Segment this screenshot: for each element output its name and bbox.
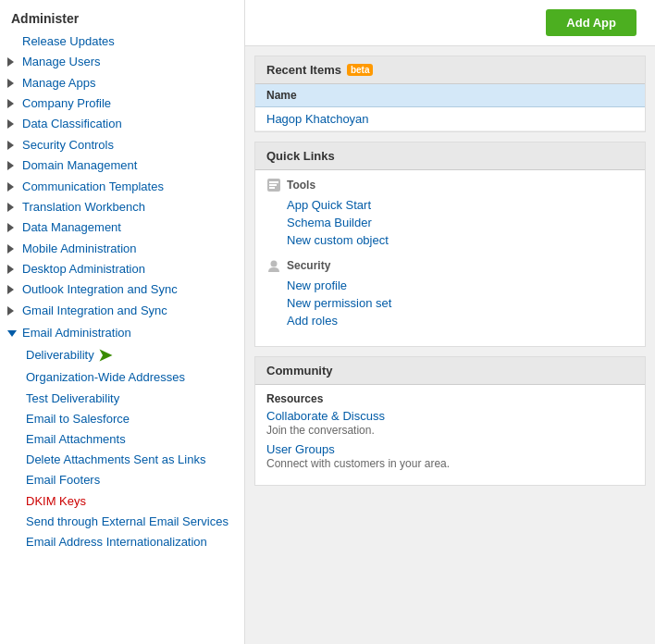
security-icon bbox=[266, 258, 281, 273]
tri-right-domain-management bbox=[7, 158, 20, 174]
sidebar-item-manage-apps[interactable]: Manage Apps bbox=[0, 73, 244, 93]
sidebar-item-translation-workbench[interactable]: Translation Workbench bbox=[0, 197, 244, 217]
sidebar-item-domain-management[interactable]: Domain Management bbox=[0, 155, 244, 176]
link-new-profile[interactable]: New profile bbox=[266, 277, 634, 294]
tri-right-desktop-admin bbox=[7, 262, 20, 278]
tri-right-manage-users bbox=[7, 55, 20, 70]
sub-link-delete-attachments[interactable]: Delete Attachments Sent as Links bbox=[26, 452, 205, 466]
link-user-groups[interactable]: User Groups bbox=[266, 442, 634, 456]
link-new-permission-set[interactable]: New permission set bbox=[266, 294, 634, 312]
sidebar-link-gmail-integration[interactable]: Gmail Integration and Sync bbox=[22, 303, 167, 319]
sidebar-link-outlook-integration[interactable]: Outlook Integration and Sync bbox=[22, 281, 178, 298]
recent-items-col-name: Name bbox=[255, 84, 645, 107]
sidebar-link-desktop-administration[interactable]: Desktop Administration bbox=[22, 261, 145, 278]
sidebar-link-domain-management[interactable]: Domain Management bbox=[22, 157, 137, 174]
quick-links-panel: Quick Links Tools App Quick Start Schema… bbox=[254, 142, 646, 347]
tri-right-company-profile bbox=[7, 96, 20, 112]
green-arrow-annotation: ➤ bbox=[98, 345, 112, 365]
table-row: Hagop Khatchoyan bbox=[255, 107, 645, 131]
sub-item-deliverability[interactable]: Deliverability ➤ bbox=[26, 343, 244, 367]
sub-item-dkim-keys[interactable]: DKIM Keys bbox=[26, 491, 244, 512]
sidebar-link-data-management[interactable]: Data Management bbox=[22, 219, 121, 236]
sidebar-item-manage-users[interactable]: Manage Users bbox=[0, 52, 244, 72]
sidebar-item-desktop-administration[interactable]: Desktop Administration bbox=[0, 259, 244, 279]
sub-link-deliverability[interactable]: Deliverability bbox=[26, 347, 94, 364]
svg-rect-1 bbox=[269, 181, 278, 183]
sub-item-email-footers[interactable]: Email Footers bbox=[26, 470, 244, 490]
sidebar-item-data-classification[interactable]: Data Classification bbox=[0, 114, 244, 134]
tools-icon bbox=[266, 178, 281, 192]
sidebar-link-release-updates[interactable]: Release Updates bbox=[22, 33, 115, 50]
sub-item-email-attachments[interactable]: Email Attachments bbox=[26, 429, 244, 450]
recent-item-link-hagop[interactable]: Hagop Khatchoyan bbox=[266, 112, 369, 126]
tri-right-mobile-admin bbox=[7, 242, 20, 257]
sidebar-item-email-administration[interactable]: Email Administration bbox=[0, 323, 244, 343]
link-app-quick-start[interactable]: App Quick Start bbox=[266, 196, 634, 214]
sub-item-email-to-salesforce[interactable]: Email to Salesforce bbox=[26, 409, 244, 429]
add-app-bar: Add App bbox=[245, 0, 655, 46]
sidebar-item-communication-templates[interactable]: Communication Templates bbox=[0, 177, 244, 197]
sidebar-link-company-profile[interactable]: Company Profile bbox=[22, 95, 111, 112]
recent-items-table: Name Hagop Khatchoyan bbox=[255, 84, 645, 131]
sub-link-dkim-keys[interactable]: DKIM Keys bbox=[26, 494, 86, 508]
sidebar-item-gmail-integration[interactable]: Gmail Integration and Sync bbox=[0, 301, 244, 321]
tri-right-translation-workbench bbox=[7, 200, 20, 216]
community-item-user-groups: User Groups Connect with customers in yo… bbox=[266, 442, 634, 470]
link-new-custom-object[interactable]: New custom object bbox=[266, 231, 634, 249]
sidebar-item-outlook-integration[interactable]: Outlook Integration and Sync bbox=[0, 279, 244, 300]
email-admin-subitems: Deliverability ➤ Organization-Wide Addre… bbox=[0, 343, 244, 552]
sidebar-item-release-updates[interactable]: Release Updates bbox=[0, 31, 244, 52]
sidebar-link-manage-apps[interactable]: Manage Apps bbox=[22, 75, 96, 92]
sub-link-send-external[interactable]: Send through External Email Services bbox=[26, 514, 229, 528]
security-label: Security bbox=[287, 259, 330, 272]
beta-badge: beta bbox=[347, 64, 374, 76]
sidebar-item-mobile-administration[interactable]: Mobile Administration bbox=[0, 239, 244, 259]
sub-item-send-external[interactable]: Send through External Email Services bbox=[26, 512, 244, 532]
sidebar-link-manage-users[interactable]: Manage Users bbox=[22, 54, 101, 70]
add-app-button[interactable]: Add App bbox=[546, 9, 636, 36]
resources-title: Resources bbox=[266, 392, 634, 405]
sidebar-link-data-classification[interactable]: Data Classification bbox=[22, 116, 122, 132]
sidebar-link-mobile-administration[interactable]: Mobile Administration bbox=[22, 241, 137, 257]
sub-link-email-to-salesforce[interactable]: Email to Salesforce bbox=[26, 412, 130, 426]
sub-item-delete-attachments[interactable]: Delete Attachments Sent as Links bbox=[26, 450, 244, 470]
sidebar: Administer Release Updates Manage Users … bbox=[0, 0, 245, 644]
recent-items-header: Recent Items beta bbox=[255, 56, 645, 84]
sub-link-email-attachments[interactable]: Email Attachments bbox=[26, 432, 126, 446]
tri-right-manage-apps bbox=[7, 76, 20, 92]
community-header: Community bbox=[255, 357, 645, 385]
sidebar-item-company-profile[interactable]: Company Profile bbox=[0, 93, 244, 114]
sidebar-link-communication-templates[interactable]: Communication Templates bbox=[22, 179, 164, 195]
sub-link-org-wide-addresses[interactable]: Organization-Wide Addresses bbox=[26, 370, 185, 384]
sub-link-test-deliverability[interactable]: Test Deliverability bbox=[26, 391, 119, 405]
sidebar-item-data-management[interactable]: Data Management bbox=[0, 217, 244, 238]
recent-items-panel: Recent Items beta Name Hagop Khatchoyan bbox=[254, 56, 646, 132]
sub-item-org-wide-addresses[interactable]: Organization-Wide Addresses bbox=[26, 367, 244, 388]
sidebar-link-security-controls[interactable]: Security Controls bbox=[22, 137, 114, 154]
main-content: Add App Recent Items beta Name Hagop Kha… bbox=[245, 0, 655, 644]
sub-item-test-deliverability[interactable]: Test Deliverability bbox=[26, 389, 244, 409]
link-schema-builder[interactable]: Schema Builder bbox=[266, 214, 634, 231]
sidebar-link-translation-workbench[interactable]: Translation Workbench bbox=[22, 199, 145, 216]
sub-link-email-footers[interactable]: Email Footers bbox=[26, 473, 100, 487]
recent-items-title: Recent Items bbox=[266, 63, 341, 77]
tools-group-title: Tools bbox=[266, 178, 634, 192]
svg-point-4 bbox=[271, 261, 278, 267]
quick-links-header: Quick Links bbox=[255, 142, 645, 170]
sub-item-email-address-intl[interactable]: Email Address Internationalization bbox=[26, 532, 244, 552]
security-group-title: Security bbox=[266, 258, 634, 273]
tri-down-email-admin bbox=[7, 326, 20, 341]
svg-rect-2 bbox=[269, 184, 277, 186]
sidebar-link-email-administration[interactable]: Email Administration bbox=[22, 325, 131, 341]
tri-right-data-classification bbox=[7, 117, 20, 132]
tri-right-data-management bbox=[7, 220, 20, 236]
link-add-roles[interactable]: Add roles bbox=[266, 312, 634, 329]
svg-rect-3 bbox=[269, 187, 275, 189]
tools-label: Tools bbox=[287, 179, 315, 192]
sub-link-email-address-intl[interactable]: Email Address Internationalization bbox=[26, 535, 207, 549]
community-title: Community bbox=[266, 364, 333, 378]
tri-right-security-controls bbox=[7, 138, 20, 154]
link-collaborate-discuss[interactable]: Collaborate & Discuss bbox=[266, 409, 634, 423]
community-item-collaborate: Collaborate & Discuss Join the conversat… bbox=[266, 409, 634, 437]
sidebar-item-security-controls[interactable]: Security Controls bbox=[0, 135, 244, 155]
